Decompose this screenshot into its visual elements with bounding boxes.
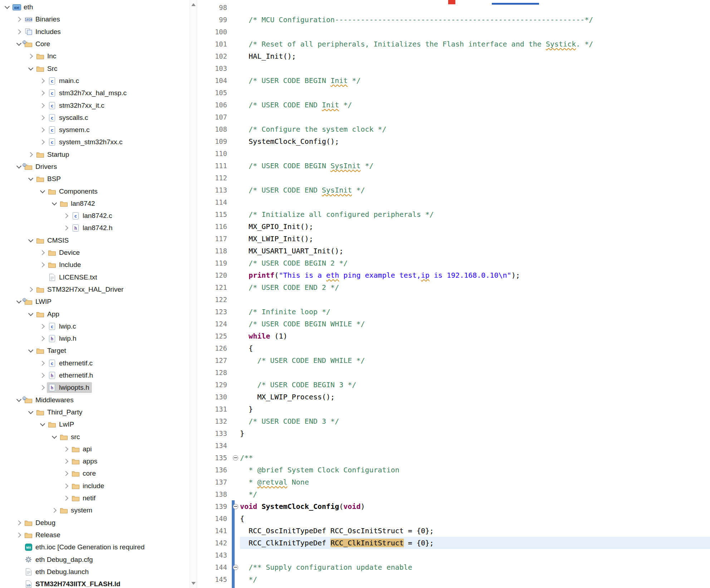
tree-item-eth-debug-launch[interactable]: eth Debug.launch [0, 566, 190, 578]
code-text[interactable]: * @brief System Clock Configuration [240, 464, 710, 476]
line-number[interactable]: 120 [197, 269, 231, 281]
line-number[interactable]: 121 [197, 281, 231, 293]
tree-item-content[interactable]: Src [35, 63, 60, 74]
chevron-expanded-icon[interactable] [3, 3, 11, 11]
code-text[interactable]: HAL_PWREx_ConfigSupply(PWR_LDO_SUPPLY); [240, 585, 710, 588]
tree-item-content[interactable]: clan8742.c [70, 210, 114, 221]
tree-item-content[interactable]: STM32H7xx_HAL_Driver [35, 284, 126, 295]
code-text[interactable]: /* USER CODE BEGIN 3 */ [240, 379, 710, 391]
chevron-expanded-icon[interactable] [26, 236, 35, 245]
line-number[interactable]: 130 [197, 391, 231, 403]
tree-item-content[interactable]: Components [47, 186, 100, 197]
chevron-collapsed-icon[interactable] [62, 469, 70, 478]
chevron-collapsed-icon[interactable] [38, 334, 47, 343]
line-number[interactable]: 106 [197, 99, 231, 111]
tree-item-device[interactable]: Device [0, 247, 190, 259]
code-text[interactable] [240, 1, 710, 14]
tree-item-content[interactable]: src [59, 432, 82, 442]
tree-item-api[interactable]: api [0, 443, 190, 455]
tree-item-content[interactable]: Device [47, 247, 82, 258]
code-text[interactable]: /* USER CODE BEGIN SysInit */ [240, 160, 710, 172]
tree-item-content[interactable]: hlwip.h [47, 333, 79, 344]
line-number[interactable]: 114 [197, 196, 231, 208]
line-number[interactable]: 110 [197, 147, 231, 160]
chevron-collapsed-icon[interactable] [38, 322, 47, 331]
tree-item-third-party[interactable]: Third_Party [0, 406, 190, 418]
tree-item-content[interactable]: LwIP [47, 419, 77, 430]
tree-item-apps[interactable]: apps [0, 455, 190, 467]
tree-item-content[interactable]: Include [47, 259, 83, 270]
chevron-collapsed-icon[interactable] [38, 101, 47, 110]
line-number[interactable]: 136 [197, 464, 231, 476]
tree-item-content[interactable]: hethernetif.h [47, 370, 96, 381]
chevron-collapsed-icon[interactable] [62, 445, 70, 453]
line-number[interactable]: 98 [197, 1, 231, 14]
code-text[interactable]: * @retval None [240, 476, 710, 488]
code-text[interactable] [240, 293, 710, 306]
line-number[interactable]: 126 [197, 342, 231, 354]
line-number[interactable]: 131 [197, 403, 231, 415]
code-text[interactable]: while (1) [240, 330, 710, 342]
line-number[interactable]: 123 [197, 306, 231, 318]
tree-item-netif[interactable]: netif [0, 492, 190, 504]
tree-item-content[interactable]: Startup [35, 149, 72, 160]
line-number[interactable]: 137 [197, 476, 231, 488]
tree-item-lwip[interactable]: LwIP [0, 418, 190, 431]
chevron-collapsed-icon[interactable] [15, 15, 23, 24]
code-text[interactable]: { [240, 342, 710, 354]
code-text[interactable]: HAL_Init(); [240, 50, 710, 62]
chevron-collapsed-icon[interactable] [62, 212, 70, 220]
code-text[interactable] [240, 87, 710, 99]
line-number[interactable]: 140 [197, 512, 231, 525]
tree-item-content[interactable]: csystem_stm32h7xx.c [47, 137, 125, 147]
chevron-collapsed-icon[interactable] [15, 531, 23, 539]
tree-item-eth[interactable]: IDEeth [0, 1, 190, 13]
tree-item-inc[interactable]: Inc [0, 50, 190, 62]
line-number[interactable]: 102 [197, 50, 231, 62]
line-number[interactable]: 146 [197, 585, 231, 588]
tree-item-license-txt[interactable]: LICENSE.txt [0, 271, 190, 283]
line-number[interactable]: 99 [197, 14, 231, 26]
tree-item-content[interactable]: Includes [23, 26, 63, 37]
tree-item-lwip-c[interactable]: clwip.c [0, 320, 190, 332]
line-number[interactable]: 133 [197, 427, 231, 439]
line-number[interactable]: 145 [197, 573, 231, 585]
fold-minus-icon[interactable] [233, 455, 238, 461]
chevron-collapsed-icon[interactable] [38, 359, 47, 368]
tree-item-lan8742-c[interactable]: clan8742.c [0, 210, 190, 222]
tree-item-content[interactable]: LICENSE.txt [47, 272, 100, 283]
chevron-collapsed-icon[interactable] [38, 77, 47, 85]
chevron-collapsed-icon[interactable] [62, 224, 70, 232]
tree-item-lwip[interactable]: CLWIP [0, 296, 190, 308]
tree-item-src[interactable]: Src [0, 62, 190, 74]
code-text[interactable]: /* Configure the system clock */ [240, 123, 710, 135]
tree-item-content[interactable]: include [70, 481, 107, 491]
tree-item-content[interactable]: Release [23, 530, 63, 540]
tree-item-content[interactable]: LDSTM32H743IITX_FLASH.ld [23, 579, 123, 588]
chevron-expanded-icon[interactable] [26, 310, 35, 319]
tree-item-content[interactable]: csyscalls.c [47, 112, 90, 123]
code-text[interactable]: /* USER CODE END 3 */ [240, 415, 710, 427]
code-text[interactable]: /* Infinite loop */ [240, 306, 710, 318]
code-text[interactable]: MX_LWIP_Init(); [240, 233, 710, 245]
code-text[interactable]: /* Initialize all configured peripherals… [240, 208, 710, 220]
tree-item-content[interactable]: CDrivers [23, 161, 59, 172]
code-text[interactable]: /* USER CODE END Init */ [240, 99, 710, 111]
tree-item-core[interactable]: CCore [0, 38, 190, 50]
code-text[interactable]: } [240, 403, 710, 415]
tree-item-components[interactable]: Components [0, 185, 190, 197]
tree-item-drivers[interactable]: CDrivers [0, 161, 190, 173]
tree-item-sysmem-c[interactable]: csysmem.c [0, 124, 190, 136]
tree-item-content[interactable]: MXeth.ioc [Code Generation is required [23, 542, 147, 553]
tree-item-content[interactable]: api [70, 444, 94, 455]
tree-item-bsp[interactable]: BSP [0, 173, 190, 185]
line-number[interactable]: 104 [197, 74, 231, 87]
code-text[interactable] [240, 439, 710, 452]
scroll-down-button[interactable] [190, 579, 197, 587]
code-text[interactable] [240, 196, 710, 208]
code-text[interactable]: /** Supply configuration update enable [240, 561, 710, 573]
chevron-expanded-icon[interactable] [50, 199, 59, 208]
line-number[interactable]: 139 [197, 500, 231, 512]
line-number[interactable]: 138 [197, 488, 231, 500]
tree-item-lwip-h[interactable]: hlwip.h [0, 332, 190, 345]
